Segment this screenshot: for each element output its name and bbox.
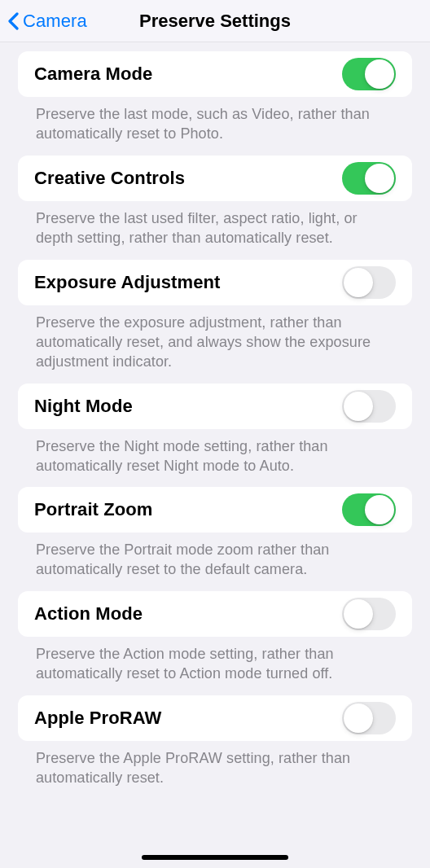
setting-section-night-mode: Night ModePreserve the Night mode settin… [18,384,412,476]
chevron-left-icon [7,11,20,32]
setting-label: Night Mode [34,396,133,417]
home-indicator[interactable] [142,855,288,860]
page-title: Preserve Settings [139,11,291,32]
setting-description: Preserve the Portrait mode zoom rather t… [18,533,412,580]
setting-row-apple-proraw[interactable]: Apple ProRAW [18,695,412,741]
toggle-exposure-adjustment[interactable] [342,266,396,299]
setting-label: Creative Controls [34,168,185,189]
setting-description: Preserve the exposure adjustment, rather… [18,305,412,372]
setting-description: Preserve the last used filter, aspect ra… [18,201,412,248]
toggle-action-mode[interactable] [342,598,396,630]
setting-row-action-mode[interactable]: Action Mode [18,591,412,637]
setting-description: Preserve the last mode, such as Video, r… [18,97,412,144]
setting-section-portrait-zoom: Portrait ZoomPreserve the Portrait mode … [18,487,412,580]
back-label: Camera [23,11,87,32]
setting-label: Portrait Zoom [34,499,153,520]
setting-label: Action Mode [34,603,143,625]
setting-section-camera-mode: Camera ModePreserve the last mode, such … [18,51,412,144]
toggle-creative-controls[interactable] [342,162,396,195]
toggle-knob [365,59,394,89]
setting-row-camera-mode[interactable]: Camera Mode [18,51,412,97]
toggle-knob [344,704,373,733]
back-button[interactable]: Camera [7,0,87,42]
toggle-apple-proraw[interactable] [342,702,396,734]
toggle-knob [365,495,394,524]
toggle-knob [365,164,394,193]
toggle-portrait-zoom[interactable] [342,493,396,526]
setting-description: Preserve the Night mode setting, rather … [18,429,412,476]
toggle-camera-mode[interactable] [342,58,396,90]
toggle-knob [344,599,373,629]
setting-row-exposure-adjustment[interactable]: Exposure Adjustment [18,260,412,305]
settings-content: Camera ModePreserve the last mode, such … [0,51,430,788]
navigation-bar: Camera Preserve Settings [0,0,430,42]
setting-row-night-mode[interactable]: Night Mode [18,384,412,429]
setting-description: Preserve the Apple ProRAW setting, rathe… [18,741,412,788]
setting-label: Apple ProRAW [34,708,161,729]
setting-section-action-mode: Action ModePreserve the Action mode sett… [18,591,412,684]
toggle-knob [344,268,373,297]
setting-label: Exposure Adjustment [34,272,220,293]
setting-row-portrait-zoom[interactable]: Portrait Zoom [18,487,412,533]
setting-row-creative-controls[interactable]: Creative Controls [18,156,412,201]
setting-section-creative-controls: Creative ControlsPreserve the last used … [18,156,412,248]
setting-label: Camera Mode [34,64,152,85]
toggle-night-mode[interactable] [342,390,396,423]
setting-section-apple-proraw: Apple ProRAWPreserve the Apple ProRAW se… [18,695,412,788]
setting-section-exposure-adjustment: Exposure AdjustmentPreserve the exposure… [18,260,412,372]
setting-description: Preserve the Action mode setting, rather… [18,637,412,684]
toggle-knob [344,392,373,421]
